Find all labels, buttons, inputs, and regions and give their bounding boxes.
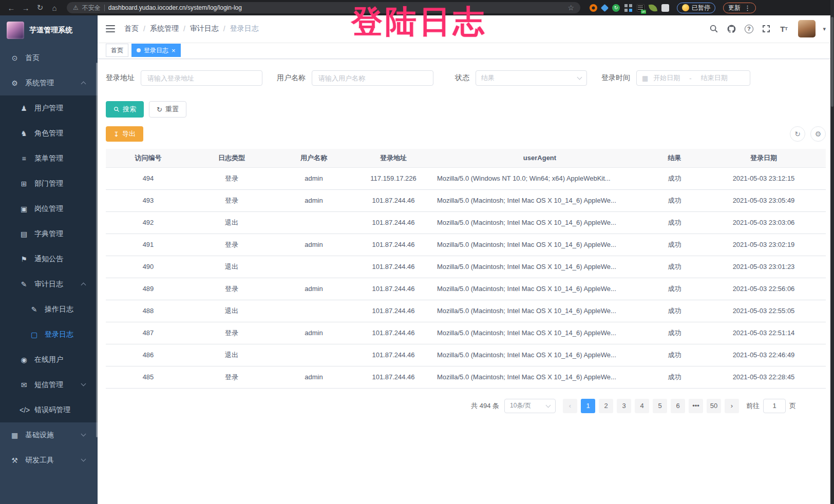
table-header-cell: userAgent <box>432 149 648 167</box>
browser-refresh-icon[interactable]: ↻ <box>34 3 46 12</box>
sidebar-item-label: 用户管理 <box>34 104 63 113</box>
table-row[interactable]: 490退出101.87.244.46Mozilla/5.0 (Macintosh… <box>106 256 826 278</box>
paused-profile-chip[interactable]: 已暂停 <box>677 3 715 13</box>
login-log-table: 访问编号日志类型用户名称登录地址userAgent结果登录日期 494登录adm… <box>106 149 826 389</box>
username-input[interactable] <box>312 70 433 86</box>
login-time-range-picker[interactable]: ▦ 开始日期 - 结束日期 <box>636 70 750 86</box>
search-button-label: 搜索 <box>123 105 136 114</box>
close-icon[interactable]: × <box>172 47 176 54</box>
sidebar-item-login-log[interactable]: ▢登录日志 <box>0 322 98 347</box>
sidebar-item-dev-tools[interactable]: ⚒研发工具 <box>0 448 98 473</box>
announcement-icon: ⚑ <box>20 255 28 263</box>
sidebar-item-notice-announcement[interactable]: ⚑通知公告 <box>0 246 98 272</box>
page-number-button[interactable]: 1 <box>581 399 595 413</box>
column-settings-button[interactable]: ⚙ <box>810 126 826 142</box>
github-icon[interactable] <box>726 24 736 34</box>
scrollbar-thumb[interactable] <box>831 17 833 107</box>
font-size-icon[interactable]: TT <box>779 24 789 34</box>
not-secure-warning-icon: ⚠ <box>73 4 79 11</box>
chrome-update-button[interactable]: 更新 ⋮ <box>723 3 756 13</box>
sidebar-item-sms-management[interactable]: ✉短信管理 <box>0 372 98 397</box>
tab-item[interactable]: 首页 <box>106 44 128 57</box>
sidebar-item-home[interactable]: ⊙首页 <box>0 45 98 70</box>
bookmark-star-icon[interactable]: ☆ <box>567 4 574 12</box>
avatar-caret-down-icon[interactable]: ▾ <box>823 26 826 32</box>
diamond-extension-icon[interactable] <box>601 4 609 12</box>
sidebar-item-dict-management[interactable]: ▤字典管理 <box>0 221 98 246</box>
user-avatar[interactable] <box>798 20 816 37</box>
page-url[interactable]: dashboard.yudao.iocoder.cn/system/log/lo… <box>108 4 564 11</box>
sidebar-item-role-management[interactable]: ♞角色管理 <box>0 121 98 146</box>
table-row[interactable]: 493登录admin101.87.244.46Mozilla/5.0 (Maci… <box>106 189 826 211</box>
tab-active[interactable]: 登录日志× <box>131 44 181 57</box>
browser-forward-icon[interactable]: → <box>20 4 32 12</box>
table-cell: 491 <box>106 234 191 256</box>
table-row[interactable]: 488退出101.87.244.46Mozilla/5.0 (Macintosh… <box>106 300 826 322</box>
login-address-input[interactable] <box>141 70 262 86</box>
grid-extension-icon[interactable] <box>624 4 632 12</box>
table-cell: 487 <box>106 322 191 344</box>
orange-extension-icon[interactable] <box>590 4 597 12</box>
pager-ellipsis[interactable]: ••• <box>689 399 703 413</box>
sidebar-item-dept-management[interactable]: ⊞部门管理 <box>0 171 98 196</box>
table-row[interactable]: 487登录admin101.87.244.46Mozilla/5.0 (Maci… <box>106 322 826 344</box>
export-button[interactable]: ↧ 导出 <box>106 126 143 142</box>
sidebar-logo-row[interactable]: 芋道管理系统 <box>0 15 98 45</box>
help-icon[interactable]: ? <box>744 24 754 34</box>
breadcrumb-item[interactable]: 系统管理 <box>150 24 179 33</box>
leaf-extension-icon[interactable] <box>649 3 657 12</box>
table-row[interactable]: 494登录admin117.159.17.226Mozilla/5.0 (Win… <box>106 167 826 189</box>
sidebar-item-label: 通知公告 <box>34 255 63 264</box>
sidebar-item-infrastructure[interactable]: ▦基础设施 <box>0 422 98 448</box>
refresh-table-button[interactable]: ↻ <box>790 126 805 142</box>
login-log-icon: ▢ <box>30 331 39 339</box>
page-number-button[interactable]: 50 <box>707 399 721 413</box>
sidebar-item-user-management[interactable]: ♟用户管理 <box>0 95 98 121</box>
browser-home-icon[interactable]: ⌂ <box>48 4 61 12</box>
sidebar-item-menu-management[interactable]: ≡菜单管理 <box>0 146 98 171</box>
table-cell: 退出 <box>191 256 273 278</box>
page-number-button[interactable]: 2 <box>599 399 613 413</box>
sidebar-item-error-code-management[interactable]: </>错误码管理 <box>0 397 98 422</box>
page-number-button[interactable]: 3 <box>617 399 631 413</box>
page-number-button[interactable]: 4 <box>635 399 649 413</box>
browser-back-icon[interactable]: ← <box>5 4 17 12</box>
sidebar-item-label: 岗位管理 <box>34 204 63 214</box>
table-header-cell: 结果 <box>648 149 702 167</box>
sidebar-item-online-users[interactable]: ◉在线用户 <box>0 347 98 372</box>
table-row[interactable]: 486退出101.87.244.46Mozilla/5.0 (Macintosh… <box>106 344 826 366</box>
table-row[interactable]: 491登录admin101.87.244.46Mozilla/5.0 (Maci… <box>106 234 826 256</box>
sidebar-item-post-management[interactable]: ▣岗位管理 <box>0 196 98 221</box>
app-logo <box>7 22 24 39</box>
table-row[interactable]: 489登录admin101.87.244.46Mozilla/5.0 (Maci… <box>106 278 826 300</box>
page-number-button[interactable]: 5 <box>653 399 667 413</box>
puzzle-extensions-icon[interactable] <box>661 4 669 12</box>
switch-on-extension-icon[interactable] <box>637 4 645 12</box>
infrastructure-icon: ▦ <box>10 431 19 439</box>
search-button[interactable]: 搜索 <box>106 101 144 118</box>
page-number-button[interactable]: 6 <box>671 399 685 413</box>
not-secure-label[interactable]: 不安全 <box>82 4 101 12</box>
status-select[interactable]: 结果 <box>476 70 587 86</box>
sidebar-item-system-management[interactable]: ⚙系统管理 <box>0 70 98 95</box>
breadcrumb-item[interactable]: 首页 <box>124 24 139 33</box>
table-header-row: 访问编号日志类型用户名称登录地址userAgent结果登录日期 <box>106 149 826 167</box>
next-page-button[interactable]: › <box>725 399 739 413</box>
sidebar-item-operation-log[interactable]: ✎操作日志 <box>0 297 98 322</box>
browser-menu-kebab-icon[interactable]: ⋮ <box>744 4 751 12</box>
search-icon[interactable] <box>709 24 719 34</box>
fullscreen-icon[interactable] <box>761 24 771 34</box>
sidebar-item-audit-log[interactable]: ✎审计日志 <box>0 272 98 297</box>
reset-button[interactable]: ↻ 重置 <box>149 101 186 118</box>
goto-page-input[interactable] <box>763 399 786 413</box>
page-size-select[interactable]: 10条/页 <box>504 399 556 413</box>
address-bar[interactable]: ⚠ 不安全 dashboard.yudao.iocoder.cn/system/… <box>67 2 580 13</box>
sidebar-item-label: 审计日志 <box>34 280 63 289</box>
prev-page-button[interactable]: ‹ <box>563 399 577 413</box>
browser-scrollbar[interactable] <box>830 0 834 504</box>
table-row[interactable]: 485登录admin101.87.244.46Mozilla/5.0 (Maci… <box>106 366 826 388</box>
table-row[interactable]: 492退出101.87.244.46Mozilla/5.0 (Macintosh… <box>106 211 826 234</box>
green-sync-extension-icon[interactable] <box>612 4 620 12</box>
hamburger-icon[interactable] <box>106 25 115 32</box>
breadcrumb-item[interactable]: 审计日志 <box>190 24 219 33</box>
